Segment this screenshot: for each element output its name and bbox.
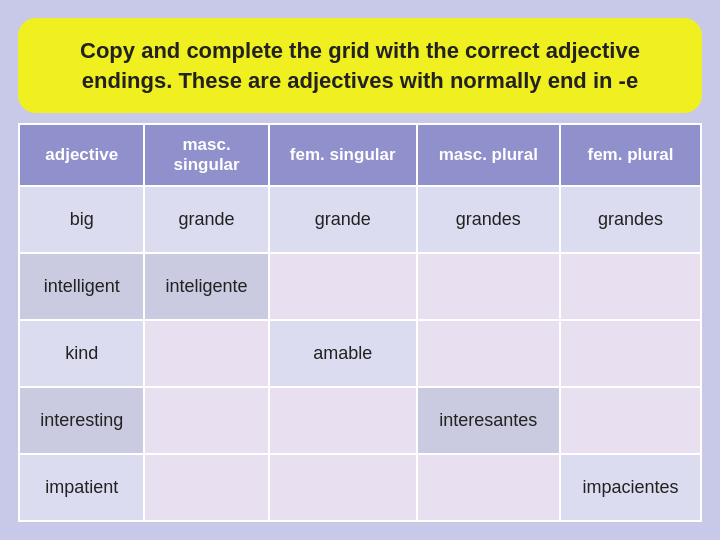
cell-intelligent-fem-pl (560, 253, 701, 320)
cell-interesting-masc-pl: interesantes (417, 387, 560, 454)
cell-kind-fem-sg: amable (269, 320, 417, 387)
cell-interesting-masc-sg (144, 387, 268, 454)
cell-kind-fem-pl (560, 320, 701, 387)
adjective-big: big (19, 186, 144, 253)
adjective-intelligent: intelligent (19, 253, 144, 320)
cell-intelligent-masc-pl (417, 253, 560, 320)
instruction-box: Copy and complete the grid with the corr… (18, 18, 702, 113)
cell-impatient-fem-sg (269, 454, 417, 521)
header-adjective: adjective (19, 124, 144, 186)
table-row: kind amable (19, 320, 701, 387)
cell-impatient-masc-pl (417, 454, 560, 521)
table-row: impatient impacientes (19, 454, 701, 521)
cell-big-fem-sg: grande (269, 186, 417, 253)
adjective-kind: kind (19, 320, 144, 387)
cell-big-fem-pl: grandes (560, 186, 701, 253)
cell-big-masc-sg: grande (144, 186, 268, 253)
adjective-impatient: impatient (19, 454, 144, 521)
header-row: adjective masc.singular fem. singular ma… (19, 124, 701, 186)
cell-impatient-fem-pl: impacientes (560, 454, 701, 521)
table-row: big grande grande grandes grandes (19, 186, 701, 253)
cell-interesting-fem-pl (560, 387, 701, 454)
instruction-text: Copy and complete the grid with the corr… (80, 38, 640, 93)
cell-kind-masc-pl (417, 320, 560, 387)
cell-intelligent-fem-sg (269, 253, 417, 320)
cell-interesting-fem-sg (269, 387, 417, 454)
cell-intelligent-masc-sg: inteligente (144, 253, 268, 320)
header-fem-plural: fem. plural (560, 124, 701, 186)
table-row: intelligent inteligente (19, 253, 701, 320)
cell-big-masc-pl: grandes (417, 186, 560, 253)
header-fem-singular: fem. singular (269, 124, 417, 186)
cell-impatient-masc-sg (144, 454, 268, 521)
main-container: Copy and complete the grid with the corr… (18, 18, 702, 522)
adjective-interesting: interesting (19, 387, 144, 454)
header-masc-singular: masc.singular (144, 124, 268, 186)
table-row: interesting interesantes (19, 387, 701, 454)
adjective-grid: adjective masc.singular fem. singular ma… (18, 123, 702, 522)
header-masc-plural: masc. plural (417, 124, 560, 186)
cell-kind-masc-sg (144, 320, 268, 387)
